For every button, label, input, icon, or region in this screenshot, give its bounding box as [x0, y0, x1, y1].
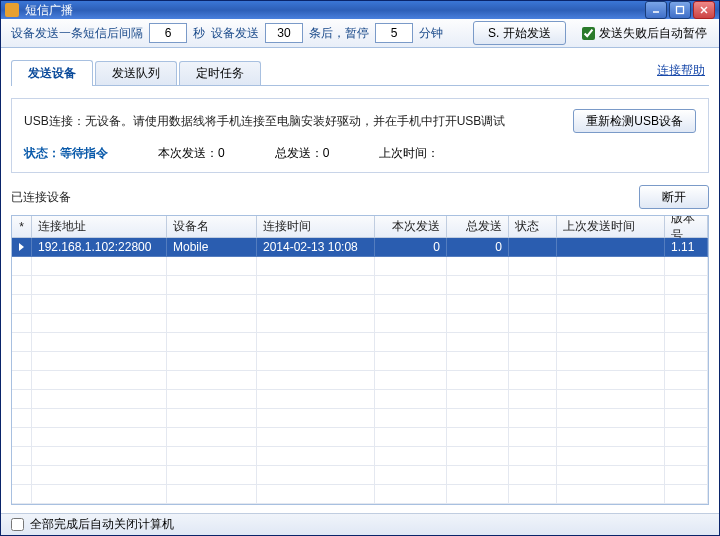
row-indicator-icon [19, 243, 24, 251]
info-panel: USB连接：无设备。请使用数据线将手机连接至电脑安装好驱动，并在手机中打开USB… [11, 98, 709, 173]
cell-status [509, 238, 557, 257]
row-indicator-cell [12, 238, 32, 257]
table-row-empty [12, 428, 708, 447]
usb-status-text: USB连接：无设备。请使用数据线将手机连接至电脑安装好驱动，并在手机中打开USB… [24, 113, 563, 130]
shutdown-checkbox[interactable] [11, 518, 24, 531]
close-button[interactable] [693, 1, 715, 19]
main-window: 短信广播 设备发送一条短信后间隔 秒 设备发送 条后，暂停 分钟 S. 开始发送… [0, 0, 720, 536]
cell-this_send: 0 [375, 238, 447, 257]
this-send-count: 本次发送：0 [158, 145, 225, 162]
content-area: 发送设备 发送队列 定时任务 连接帮助 USB连接：无设备。请使用数据线将手机连… [1, 48, 719, 513]
maximize-button[interactable] [669, 1, 691, 19]
col-address[interactable]: 连接地址 [32, 216, 167, 237]
interval-input[interactable] [149, 23, 187, 43]
tab-send-device[interactable]: 发送设备 [11, 60, 93, 86]
table-row-empty [12, 352, 708, 371]
cell-version: 1.11 [665, 238, 708, 257]
fail-pause-checkbox-label[interactable]: 发送失败后自动暂停 [582, 25, 707, 42]
col-connect-time[interactable]: 连接时间 [257, 216, 375, 237]
after-label: 条后，暂停 [309, 25, 369, 42]
device-grid: * 连接地址 设备名 连接时间 本次发送 总发送 状态 上次发送时间 版本号 1… [11, 215, 709, 505]
batch-input[interactable] [265, 23, 303, 43]
window-controls [645, 1, 715, 19]
device-list-title: 已连接设备 [11, 189, 71, 206]
toolbar: 设备发送一条短信后间隔 秒 设备发送 条后，暂停 分钟 S. 开始发送 发送失败… [1, 19, 719, 48]
table-row-empty [12, 447, 708, 466]
col-status[interactable]: 状态 [509, 216, 557, 237]
minimize-button[interactable] [645, 1, 667, 19]
total-send-count: 总发送：0 [275, 145, 330, 162]
col-total-send[interactable]: 总发送 [447, 216, 509, 237]
fail-pause-text: 发送失败后自动暂停 [599, 25, 707, 42]
cell-last_send_time [557, 238, 665, 257]
table-row-empty [12, 295, 708, 314]
start-send-button[interactable]: S. 开始发送 [473, 21, 566, 45]
cell-conn_time: 2014-02-13 10:08 [257, 238, 375, 257]
cell-total_send: 0 [447, 238, 509, 257]
connect-help-link[interactable]: 连接帮助 [657, 62, 705, 79]
pause-input[interactable] [375, 23, 413, 43]
last-time-label: 上次时间： [379, 145, 439, 162]
disconnect-button[interactable]: 断开 [639, 185, 709, 209]
titlebar: 短信广播 [1, 1, 719, 19]
fail-pause-checkbox[interactable] [582, 27, 595, 40]
cell-name: Mobile [167, 238, 257, 257]
table-row-empty [12, 409, 708, 428]
device-list-header: 已连接设备 断开 [11, 185, 709, 209]
col-indicator[interactable]: * [12, 216, 32, 237]
col-version[interactable]: 版本号 [665, 216, 708, 237]
col-device-name[interactable]: 设备名 [167, 216, 257, 237]
footer: 全部完成后自动关闭计算机 [1, 513, 719, 535]
status-value: 等待指令 [60, 146, 108, 160]
window-title: 短信广播 [25, 2, 645, 19]
svg-rect-1 [677, 7, 684, 14]
minutes-label: 分钟 [419, 25, 443, 42]
tab-send-queue[interactable]: 发送队列 [95, 61, 177, 85]
table-row-empty [12, 466, 708, 485]
cell-addr: 192.168.1.102:22800 [32, 238, 167, 257]
app-icon [5, 3, 19, 17]
table-row-empty [12, 371, 708, 390]
table-row-empty [12, 485, 708, 504]
shutdown-label: 全部完成后自动关闭计算机 [30, 516, 174, 533]
table-row-empty [12, 276, 708, 295]
grid-header-row: * 连接地址 设备名 连接时间 本次发送 总发送 状态 上次发送时间 版本号 [12, 216, 708, 238]
col-this-send[interactable]: 本次发送 [375, 216, 447, 237]
status-label: 状态： [24, 146, 60, 160]
table-row-empty [12, 333, 708, 352]
table-row-empty [12, 257, 708, 276]
batch-label: 设备发送 [211, 25, 259, 42]
grid-body[interactable]: 192.168.1.102:22800Mobile2014-02-13 10:0… [12, 238, 708, 504]
table-row-empty [12, 314, 708, 333]
tab-bar: 发送设备 发送队列 定时任务 连接帮助 [11, 60, 709, 86]
tab-schedule[interactable]: 定时任务 [179, 61, 261, 85]
rescan-usb-button[interactable]: 重新检测USB设备 [573, 109, 696, 133]
table-row[interactable]: 192.168.1.102:22800Mobile2014-02-13 10:0… [12, 238, 708, 257]
table-row-empty [12, 390, 708, 409]
col-last-send-time[interactable]: 上次发送时间 [557, 216, 665, 237]
seconds-label: 秒 [193, 25, 205, 42]
interval-label: 设备发送一条短信后间隔 [11, 25, 143, 42]
